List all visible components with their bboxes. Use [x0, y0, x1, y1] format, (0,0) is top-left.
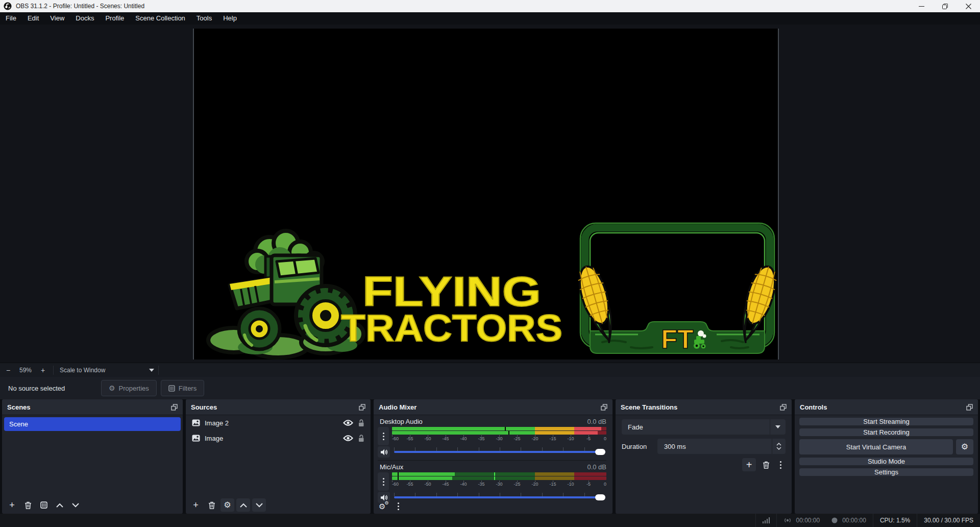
- remove-source-button[interactable]: [205, 498, 218, 512]
- menu-profile[interactable]: Profile: [100, 12, 130, 25]
- studio-mode-button[interactable]: Studio Mode: [799, 458, 973, 465]
- visibility-eye-icon[interactable]: [343, 435, 353, 441]
- popout-icon[interactable]: [966, 404, 973, 411]
- settings-button[interactable]: Settings: [799, 468, 973, 476]
- menu-tools[interactable]: Tools: [191, 12, 217, 25]
- frame-initials: FT: [661, 324, 694, 354]
- popout-icon[interactable]: [171, 404, 178, 411]
- mixer-menu-button[interactable]: [394, 501, 403, 511]
- channel-menu-button[interactable]: [378, 472, 389, 491]
- preview-zoom-toolbar: − 59% + Scale to Window: [0, 363, 980, 377]
- transition-menu-button[interactable]: [776, 460, 786, 470]
- controls-panel: Controls Start Streaming Start Recording…: [795, 399, 978, 514]
- record-status-icon: [831, 517, 838, 524]
- popout-icon[interactable]: [601, 404, 607, 411]
- transitions-panel-title: Scene Transitions: [621, 403, 677, 411]
- transition-value: Fade: [622, 423, 643, 431]
- close-button[interactable]: [957, 0, 980, 12]
- session-timers: 00:00:00 00:00:00: [776, 514, 872, 527]
- obs-window: OBS 31.1.2 - Profile: Untitled - Scenes:…: [0, 0, 980, 527]
- popout-icon[interactable]: [780, 404, 787, 411]
- remove-scene-button[interactable]: [21, 498, 35, 512]
- transition-select[interactable]: Fade: [622, 419, 786, 435]
- menu-bar: File Edit View Docks Profile Scene Colle…: [0, 12, 980, 25]
- volume-meter: -60-55-50-45-40-35-30-25-20-15-10-50: [392, 472, 606, 491]
- scene-move-down-button[interactable]: [68, 498, 82, 512]
- remove-transition-button[interactable]: [759, 458, 773, 471]
- channel-menu-button[interactable]: [378, 427, 389, 445]
- zoom-out-button[interactable]: −: [2, 366, 14, 374]
- menu-view[interactable]: View: [44, 12, 70, 25]
- obs-logo-icon: [4, 2, 12, 10]
- virtual-camera-settings-button[interactable]: ⚙: [956, 439, 973, 454]
- preview-area: FLYING TRACTORS: [0, 25, 980, 363]
- chevron-down-icon: [149, 369, 154, 372]
- filters-icon: [168, 385, 175, 392]
- source-name: Image: [205, 435, 223, 442]
- fps-readout: 30.00 / 30.00 FPS: [917, 514, 980, 527]
- source-list-item[interactable]: Image: [186, 430, 371, 446]
- spin-up-icon[interactable]: [776, 443, 781, 446]
- volume-slider[interactable]: [394, 492, 605, 503]
- scale-mode-dropdown[interactable]: Scale to Window: [58, 367, 154, 374]
- restore-button[interactable]: [933, 0, 957, 12]
- properties-button[interactable]: ⚙ Properties: [101, 380, 157, 396]
- mixer-settings-icon[interactable]: ⚙⚙: [379, 502, 385, 511]
- visibility-eye-icon[interactable]: [343, 420, 353, 426]
- source-move-down-button[interactable]: [252, 498, 266, 512]
- channel-level-db: 0.0 dB: [587, 418, 606, 425]
- menu-file[interactable]: File: [0, 12, 22, 25]
- stream-status-icon: [783, 517, 792, 524]
- popout-icon[interactable]: [359, 404, 365, 411]
- scene-list-item[interactable]: Scene: [4, 417, 181, 431]
- unlock-icon[interactable]: [358, 435, 364, 442]
- status-bar: 00:00:00 00:00:00 CPU: 1.5% 30.00 / 30.0…: [0, 514, 980, 527]
- unlock-icon[interactable]: [358, 419, 364, 427]
- scale-mode-value: Scale to Window: [60, 367, 105, 374]
- duration-label: Duration: [622, 443, 651, 450]
- minimize-button[interactable]: [910, 0, 933, 12]
- start-virtual-camera-button[interactable]: Start Virtual Camera: [799, 439, 953, 454]
- volume-slider[interactable]: [394, 446, 605, 458]
- image-source-icon: [192, 419, 200, 426]
- menu-edit[interactable]: Edit: [22, 12, 44, 25]
- scene-filters-button[interactable]: [37, 498, 51, 512]
- filters-button[interactable]: Filters: [161, 380, 204, 396]
- record-time: 00:00:00: [842, 517, 866, 524]
- start-streaming-button[interactable]: Start Streaming: [799, 418, 973, 425]
- menu-docks[interactable]: Docks: [70, 12, 100, 25]
- duration-value: 300 ms: [657, 443, 686, 450]
- mute-speaker-button[interactable]: [378, 446, 390, 458]
- duration-input[interactable]: 300 ms: [657, 439, 786, 454]
- divider: [53, 366, 54, 375]
- source-move-up-button[interactable]: [236, 498, 250, 512]
- scene-image: FLYING TRACTORS: [194, 29, 778, 360]
- zoom-level: 59%: [14, 367, 37, 374]
- spin-down-icon[interactable]: [776, 447, 781, 450]
- add-scene-button[interactable]: +: [5, 498, 19, 512]
- dock-area: Scenes Scene +: [0, 399, 980, 514]
- scene-move-up-button[interactable]: [53, 498, 66, 512]
- title-bar: OBS 31.1.2 - Profile: Untitled - Scenes:…: [0, 0, 980, 12]
- add-transition-button[interactable]: +: [742, 458, 756, 471]
- image-source-icon: [192, 435, 200, 442]
- source-toolbar: No source selected ⚙ Properties Filters: [0, 377, 980, 399]
- channel-name: Desktop Audio: [380, 418, 423, 425]
- channel-name: Mic/Aux: [380, 463, 403, 471]
- start-recording-button[interactable]: Start Recording: [799, 428, 973, 436]
- zoom-in-button[interactable]: +: [37, 366, 49, 374]
- preview-canvas[interactable]: FLYING TRACTORS: [193, 29, 779, 360]
- window-title: OBS 31.1.2 - Profile: Untitled - Scenes:…: [16, 3, 144, 10]
- menu-help[interactable]: Help: [217, 12, 242, 25]
- stream-time: 00:00:00: [796, 517, 820, 524]
- source-list-item[interactable]: Image 2: [186, 415, 371, 430]
- source-properties-button[interactable]: ⚙: [220, 498, 234, 512]
- volume-meter: -60-55-50-45-40-35-30-25-20-15-10-50: [392, 427, 606, 445]
- corn-frame-graphic: FT: [574, 223, 778, 354]
- mixer-panel-title: Audio Mixer: [379, 403, 416, 411]
- logo-wordmark: FLYING TRACTORS: [341, 268, 562, 349]
- sources-panel: Sources Image 2: [186, 399, 371, 514]
- menu-scene-collection[interactable]: Scene Collection: [130, 12, 191, 25]
- add-source-button[interactable]: +: [189, 498, 203, 512]
- gear-icon: ⚙: [109, 385, 115, 392]
